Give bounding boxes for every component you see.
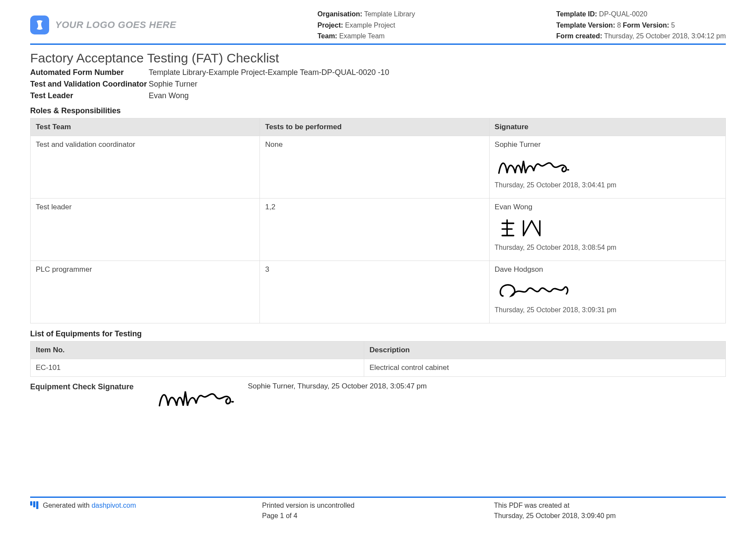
eq-desc: Electrical control cabinet [364,359,726,376]
coord-label: Test and Validation Coordinator [30,80,149,89]
sig-date: Thursday, 25 October 2018, 3:08:54 pm [495,244,720,251]
template-version-label: Template Version: [556,22,615,29]
header-middle: Organisation: Template Library Project: … [318,9,415,42]
form-version-value: 5 [671,22,675,29]
roles-col-tests: Tests to be performed [260,118,489,136]
table-row: PLC programmer 3 Dave Hodgson Thursday, … [31,261,726,323]
role-signature: Sophie Turner Thursday, 25 October 2018,… [489,136,725,198]
form-created-value: Thursday, 25 October 2018, 3:04:12 pm [604,32,726,40]
table-row: EC-101 Electrical control cabinet [31,359,726,376]
template-version-value: 8 [617,22,621,29]
meta-row-coordinator: Test and Validation Coordinator Sophie T… [30,80,726,89]
project-value: Example Project [345,22,396,29]
role-tests: None [260,136,489,198]
sig-date: Thursday, 25 October 2018, 3:04:41 pm [495,181,720,189]
signature-icon [153,382,244,412]
project-label: Project: [318,22,344,29]
signature-icon [495,277,577,302]
footer-middle: Printed version is uncontrolled Page 1 o… [262,500,494,521]
role-team: Test leader [31,198,260,261]
footer-left: Generated with dashpivot.com [30,500,262,521]
header-right: Template ID: DP-QUAL-0020 Template Versi… [556,9,726,42]
afn-label: Automated Form Number [30,68,149,77]
signature-icon [495,215,577,240]
role-tests: 3 [260,261,489,323]
roles-col-team: Test Team [31,118,260,136]
org-label: Organisation: [318,10,362,18]
roles-col-signature: Signature [489,118,725,136]
role-signature: Evan Wong Thursday, 25 October 2018, 3:0… [489,198,725,261]
roles-table: Test Team Tests to be performed Signatur… [30,118,726,323]
printed-text: Printed version is uncontrolled [262,500,494,511]
dashpivot-link[interactable]: dashpivot.com [91,502,136,509]
gen-prefix: Generated with [43,502,91,509]
page-header: YOUR LOGO GOES HERE Organisation: Templa… [30,9,726,45]
leader-label: Test Leader [30,91,149,100]
equipments-heading: List of Equipments for Testing [30,329,726,338]
meta-row-leader: Test Leader Evan Wong [30,91,726,100]
team-label: Team: [318,32,337,40]
logo-block: YOUR LOGO GOES HERE [30,9,176,42]
team-value: Example Team [339,32,385,40]
sig-name: Evan Wong [495,203,720,211]
coord-value: Sophie Turner [149,80,197,89]
roles-heading: Roles & Responsibilities [30,106,726,115]
role-signature: Dave Hodgson Thursday, 25 October 2018, … [489,261,725,323]
equipment-signature-row: Equipment Check Signature Sophie Turner,… [30,382,726,412]
signature-icon [495,152,577,177]
eq-sig-label: Equipment Check Signature [30,382,149,392]
role-team: PLC programmer [31,261,260,323]
created-value: Thursday, 25 October 2018, 3:09:40 pm [494,511,726,521]
sig-date: Thursday, 25 October 2018, 3:09:31 pm [495,306,720,314]
form-version-label: Form Version: [623,22,669,29]
table-row: Test leader 1,2 Evan Wong Thursday, 25 O… [31,198,726,261]
role-team: Test and validation coordinator [31,136,260,198]
meta-row-afn: Automated Form Number Template Library-E… [30,68,726,77]
eq-col-desc: Description [364,341,726,359]
eq-sig-text: Sophie Turner, Thursday, 25 October 2018… [248,382,726,391]
afn-value: Template Library-Example Project-Example… [149,68,389,77]
leader-value: Evan Wong [149,91,189,100]
equipments-table: Item No. Description EC-101 Electrical c… [30,341,726,377]
page-title: Factory Acceptance Testing (FAT) Checkli… [30,51,726,65]
role-tests: 1,2 [260,198,489,261]
footer-right: This PDF was created at Thursday, 25 Oct… [494,500,726,521]
org-value: Template Library [364,10,415,18]
eq-col-item: Item No. [31,341,364,359]
created-label: This PDF was created at [494,500,726,511]
sig-name: Sophie Turner [495,140,720,149]
logo-placeholder-text: YOUR LOGO GOES HERE [55,19,176,31]
logo-icon [30,16,49,34]
form-created-label: Form created: [556,32,603,40]
sig-name: Dave Hodgson [495,265,720,274]
table-row: Test and validation coordinator None Sop… [31,136,726,198]
template-id-label: Template ID: [556,10,597,18]
page-footer: Generated with dashpivot.com Printed ver… [30,497,726,521]
page-number: Page 1 of 4 [262,511,494,521]
template-id-value: DP-QUAL-0020 [599,10,647,18]
bars-icon [30,501,38,509]
eq-item: EC-101 [31,359,364,376]
